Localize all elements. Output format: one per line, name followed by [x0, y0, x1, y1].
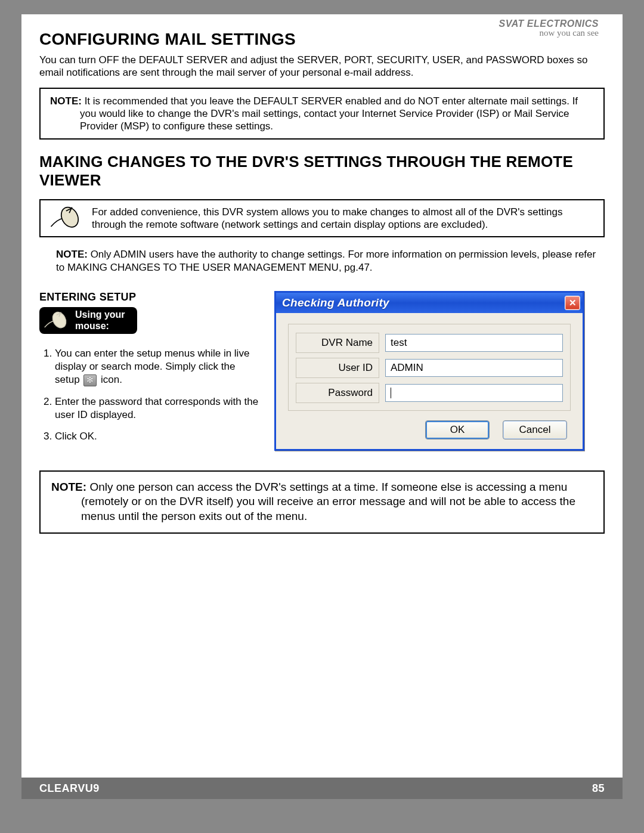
note2: NOTE: Only ADMIN users have the authorit… [56, 248, 605, 274]
note3-label: NOTE: [51, 481, 86, 493]
note2-label: NOTE: [56, 249, 88, 260]
password-label: Password [296, 383, 379, 403]
entering-setup-heading: ENTERING SETUP [39, 291, 260, 304]
dvr-name-field[interactable]: test [385, 334, 563, 352]
form-group: DVR Name test User ID ADMIN Password [288, 324, 571, 411]
checking-authority-dialog: Checking Authority ✕ DVR Name test User … [274, 291, 584, 451]
footer-page-number: 85 [592, 782, 605, 795]
close-icon: ✕ [569, 298, 577, 308]
ok-button[interactable]: OK [425, 420, 490, 439]
brand-block: SVAT ELECTRONICS now you can see [499, 19, 599, 38]
text-caret [391, 388, 391, 398]
note2-text: Only ADMIN users have the authority to c… [56, 249, 596, 273]
mouse-icon [43, 310, 69, 332]
section1-intro: You can turn OFF the DEFAULT SERVER and … [39, 54, 605, 79]
manual-page: SVAT ELECTRONICS now you can see CONFIGU… [21, 14, 623, 799]
cancel-button[interactable]: Cancel [503, 420, 567, 439]
brand-name: SVAT ELECTRONICS [499, 19, 599, 29]
page-footer: CLEARVU9 85 [21, 778, 623, 799]
note1-text: It is recommended that you leave the DEF… [80, 95, 578, 132]
mouse-badge: Using your mouse: [39, 307, 137, 334]
user-id-field[interactable]: ADMIN [385, 359, 563, 377]
close-button[interactable]: ✕ [565, 296, 580, 310]
note1-label: NOTE: [50, 95, 82, 107]
mouse-icon [49, 205, 82, 231]
dialog-title: Checking Authority [282, 296, 389, 309]
mouse-badge-text: Using your mouse: [75, 309, 125, 332]
note-box-1: NOTE: It is recommended that you leave t… [39, 88, 605, 140]
convenience-box: For added convenience, this DVR system a… [39, 199, 605, 237]
user-id-label: User ID [296, 358, 379, 378]
note3-text: Only one person can access the DVR's set… [81, 481, 575, 522]
dialog-body: DVR Name test User ID ADMIN Password OK … [276, 313, 583, 449]
dialog-titlebar[interactable]: Checking Authority ✕ [276, 293, 583, 313]
brand-tagline: now you can see [499, 29, 599, 38]
convenience-text: For added convenience, this DVR system a… [92, 206, 595, 231]
step-3: Click OK. [55, 430, 260, 443]
section2-title: MAKING CHANGES TO THE DVR'S SETTINGS THR… [39, 153, 605, 190]
steps-list: You can enter the setup menus while in l… [39, 347, 260, 443]
dvr-name-label: DVR Name [296, 333, 379, 353]
footer-product: CLEARVU9 [39, 782, 100, 795]
step-1: You can enter the setup menus while in l… [55, 347, 260, 386]
svg-point-3 [50, 310, 69, 330]
password-field[interactable] [385, 384, 563, 402]
note-box-3: NOTE: Only one person can access the DVR… [39, 470, 605, 534]
gear-icon [83, 374, 97, 386]
step-2: Enter the password that corresponds with… [55, 395, 260, 422]
setup-instructions: ENTERING SETUP Using your mouse: You can… [39, 291, 260, 451]
